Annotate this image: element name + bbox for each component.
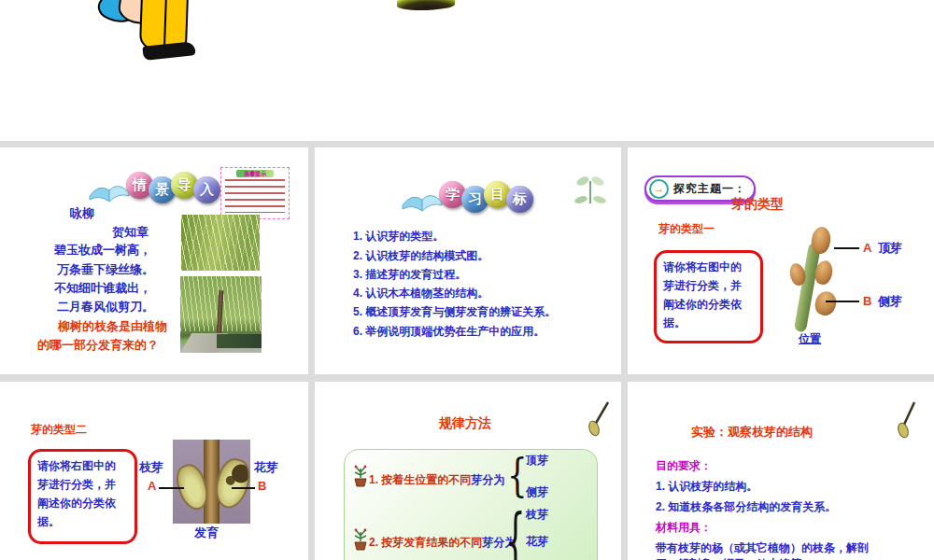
slide-subtitle: 芽的类型二	[31, 423, 87, 436]
purpose-heading: 目的要求：	[656, 459, 712, 472]
rule-item-2: 2. 按芽发育结果的不同芽分为	[369, 533, 516, 550]
dissected-buds-photo	[173, 440, 250, 524]
goal-item: 4. 认识木本植物茎的结构。	[353, 287, 488, 300]
purpose-item: 2. 知道枝条各部分结构的发育关系。	[656, 500, 836, 513]
twig-stem	[794, 243, 821, 333]
slide-sorter-page: 情 景 导 入 温馨提示 咏柳 贺知章 碧玉妆成一树高， 万条垂下绿丝绦。 不知…	[0, 0, 934, 560]
left-bud-letter: A	[148, 479, 156, 493]
slide-3-bud-types-1[interactable]: → 探究主题一： 芽的类型 芽的类型一 请你将右图中的 芽进行分类，并 阐述你的…	[628, 147, 934, 374]
goal-item: 2. 认识枝芽的结构模式图。	[353, 249, 488, 262]
branch-bud-icon	[586, 400, 612, 438]
badge-ball-4: 标	[506, 186, 533, 213]
task-prompt-box: 请你将右图中的 芽进行分类，并 阐述你的分类依 据。	[28, 449, 137, 544]
brace-2: {	[507, 452, 528, 497]
pointer-line-right	[232, 487, 255, 489]
poem-line: 万条垂下绿丝绦。	[57, 262, 154, 277]
poem-line: 不知细叶谁裁出，	[54, 281, 151, 296]
label-letter-b: B	[863, 294, 871, 308]
label-text-a: 顶芽	[878, 241, 902, 256]
slide-4-bud-types-2[interactable]: 芽的类型二 请你将右图中的 芽进行分类，并 阐述你的分类依 据。 枝芽 A 花芽…	[0, 382, 308, 560]
potted-plant-icon	[352, 526, 369, 551]
label-text-b: 侧芽	[878, 294, 902, 309]
pointer-line-b	[826, 301, 859, 302]
cartoon-figure-fragment	[98, 0, 201, 60]
task-prompt-box: 请你将右图中的 芽进行分类，并 阐述你的分类依 据。	[654, 250, 763, 343]
left-bud-label: 枝芽	[139, 460, 163, 475]
warm-tip-title: 温馨提示	[236, 170, 274, 177]
willow-branches-photo	[181, 215, 260, 271]
goal-item: 3. 描述芽的发育过程。	[353, 268, 466, 281]
poem-title: 咏柳	[70, 206, 94, 221]
prompt-line: 阐述你的分类依	[663, 295, 754, 314]
poem-author: 贺知章	[112, 225, 149, 240]
slide-6-experiment[interactable]: 实验：观察枝芽的结构 目的要求： 1. 认识枝芽的结构。 2. 知道枝条各部分结…	[628, 382, 934, 560]
purpose-item: 1. 认识枝芽的结构。	[656, 480, 757, 493]
slide-1-scene-intro[interactable]: 情 景 导 入 温馨提示 咏柳 贺知章 碧玉妆成一树高， 万条垂下绿丝绦。 不知…	[0, 147, 308, 374]
learning-goals-badge: 学 习 目 标	[401, 181, 533, 217]
slide-5-rule-method[interactable]: 规律方法 1. 按着生位置的不同芽分为 { 顶芽 侧芽 2. 按芽发	[315, 382, 621, 560]
prompt-line: 请你将右图中的	[663, 258, 754, 276]
rule-2-red-text: 2. 按芽发育结果的不同	[369, 536, 482, 549]
slide-title: 规律方法	[439, 415, 491, 431]
rule-2-option: 枝芽	[526, 508, 548, 521]
poem-line: 二月春风似剪刀。	[57, 300, 154, 315]
slide-subtitle: 芽的类型一	[658, 222, 715, 235]
slide-title: 实验：观察枝芽的结构	[691, 425, 813, 440]
question-line-1: 柳树的枝条是由植物	[58, 319, 167, 334]
explore-topic-label: 探究主题一：	[673, 181, 746, 197]
materials-line: 带有枝芽的杨（或其它植物）的枝条，解剖	[656, 541, 869, 554]
photo-fragment	[397, 0, 455, 10]
prompt-line: 阐述你的分类依	[37, 494, 128, 512]
side-bud	[813, 288, 840, 318]
prompt-line: 芽进行分类，并	[37, 475, 128, 494]
warm-tip-text-lines	[225, 179, 285, 213]
slide-title: 芽的类型	[731, 196, 784, 212]
rule-item-1: 1. 按着生位置的不同芽分为	[369, 470, 504, 487]
arrow-circle-icon: →	[649, 179, 669, 199]
development-link[interactable]: 发育	[194, 525, 219, 540]
willow-water	[217, 334, 262, 348]
brace-3: {	[505, 504, 526, 560]
label-letter-a: A	[863, 241, 871, 255]
rule-1-red-text: 1. 按着生位置的不同	[369, 473, 471, 486]
slide-2-learning-goals[interactable]: 学 习 目 标 1. 认识芽的类型。 2. 认识枝芽的结构模式图。 3. 描述芽…	[315, 147, 621, 374]
top-white-band	[0, 0, 934, 141]
scene-intro-badge: 情 景 导 入	[88, 172, 220, 207]
rule-1-blue-text: 芽分为	[471, 473, 504, 486]
question-line-2: 的哪一部分发育来的？	[37, 338, 159, 353]
rule-box: 1. 按着生位置的不同芽分为 { 顶芽 侧芽 2. 按芽发育结果的不同芽分为 {…	[344, 449, 598, 560]
open-book-icon	[401, 189, 444, 217]
open-book-icon	[88, 179, 131, 207]
pointer-line-left	[159, 487, 184, 489]
badge-ball-4: 入	[193, 176, 220, 203]
prompt-line: 芽进行分类，并	[663, 276, 754, 295]
willow-tree-photo	[180, 276, 262, 353]
branch-bud-icon	[894, 400, 920, 440]
poem-line: 碧玉妆成一树高，	[54, 243, 151, 258]
position-link[interactable]: 位置	[799, 332, 821, 345]
seedling-icon	[574, 172, 606, 207]
rule-1-option: 顶芽	[526, 454, 548, 467]
materials-heading: 材料用具：	[656, 521, 712, 534]
prompt-line: 请你将右图中的	[37, 456, 128, 475]
terminal-bud	[810, 226, 832, 256]
goal-item: 1. 认识芽的类型。	[353, 230, 444, 243]
right-bud-label: 花芽	[254, 460, 278, 475]
warm-tip-box: 温馨提示	[220, 167, 290, 219]
goal-item: 5. 概述顶芽发育与侧芽发育的辨证关系。	[353, 305, 556, 318]
goal-item: 6. 举例说明顶端优势在生产中的应用。	[353, 325, 545, 338]
right-bud-letter: B	[258, 479, 266, 493]
prompt-line: 据。	[663, 314, 754, 332]
rule-2-option: 花芽	[526, 535, 548, 548]
twig-buds-photo	[788, 226, 848, 330]
rule-1-option: 侧芽	[526, 485, 548, 498]
pointer-line-a	[834, 247, 859, 249]
prompt-line: 据。	[37, 512, 128, 531]
potted-plant-icon	[352, 463, 369, 487]
